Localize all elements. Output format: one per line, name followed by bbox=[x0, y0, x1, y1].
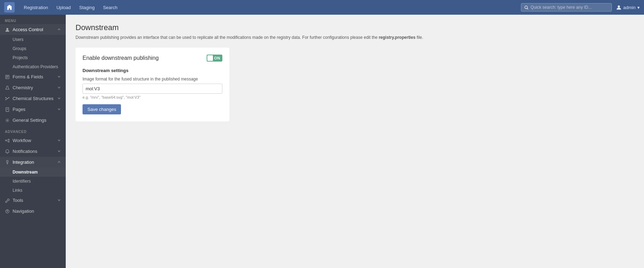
chevron-down-workflow bbox=[57, 138, 61, 143]
svg-line-24 bbox=[7, 140, 8, 142]
sidebar-sub-auth-providers[interactable]: Authentication Providers bbox=[0, 62, 66, 71]
content-area: Downstream Downstream publishing provide… bbox=[66, 15, 644, 268]
svg-line-13 bbox=[6, 98, 7, 98]
svg-marker-29 bbox=[7, 210, 8, 212]
svg-rect-21 bbox=[8, 139, 9, 140]
sidebar-item-navigation[interactable]: Navigation bbox=[0, 206, 66, 217]
sidebar-item-general-settings[interactable]: General Settings bbox=[0, 115, 66, 126]
sidebar-sub-projects[interactable]: Projects bbox=[0, 53, 66, 62]
svg-line-15 bbox=[6, 99, 7, 99]
toggle-label: ON bbox=[214, 56, 221, 60]
sidebar-label-general-settings: General Settings bbox=[13, 118, 46, 123]
user-label: admin bbox=[623, 5, 636, 10]
form-label-image-format: Image format for the fused structure in … bbox=[83, 77, 222, 82]
sidebar-sub-downstream[interactable]: Downstream bbox=[0, 168, 66, 177]
chevron-up-icon bbox=[57, 27, 61, 32]
advanced-section-label: ADVANCED bbox=[0, 126, 66, 135]
search-box[interactable] bbox=[521, 3, 612, 12]
workflow-icon bbox=[5, 138, 10, 143]
nav-search[interactable]: Search bbox=[100, 3, 121, 12]
search-input[interactable] bbox=[531, 5, 609, 10]
flask-icon bbox=[5, 85, 10, 90]
chevron-down-forms bbox=[57, 74, 61, 79]
svg-point-11 bbox=[8, 97, 9, 98]
person-icon bbox=[5, 27, 10, 32]
nav-upload[interactable]: Upload bbox=[53, 3, 74, 12]
sidebar-sub-groups[interactable]: Groups bbox=[0, 44, 66, 53]
svg-rect-20 bbox=[5, 140, 7, 141]
svg-point-2 bbox=[617, 5, 620, 7]
chevron-down-notifications bbox=[57, 149, 61, 154]
sidebar-item-forms-fields[interactable]: Forms & Fields bbox=[0, 71, 66, 82]
app-logo[interactable] bbox=[4, 2, 15, 13]
sidebar-item-integration[interactable]: Integration bbox=[0, 157, 66, 168]
chevron-down-chemistry bbox=[57, 85, 61, 90]
user-icon bbox=[616, 5, 622, 10]
user-area[interactable]: admin ▾ bbox=[616, 5, 640, 10]
svg-point-3 bbox=[6, 28, 8, 30]
menu-section-label: MENU bbox=[0, 15, 66, 24]
sidebar-item-access-control[interactable]: Access Control bbox=[0, 24, 66, 35]
svg-point-19 bbox=[7, 119, 8, 121]
wrench-icon bbox=[5, 198, 10, 203]
sidebar: MENU Access Control Users Groups Project… bbox=[0, 15, 66, 268]
page-description: Downstream publishing provides an interf… bbox=[76, 34, 634, 41]
sidebar-item-notifications[interactable]: Notifications bbox=[0, 146, 66, 157]
sidebar-item-pages[interactable]: Pages bbox=[0, 104, 66, 115]
svg-point-12 bbox=[5, 99, 6, 100]
card-header: Enable downstream publishing ON bbox=[83, 55, 222, 62]
plug-icon bbox=[5, 160, 10, 165]
sidebar-sub-links[interactable]: Links bbox=[0, 186, 66, 195]
downstream-card: Enable downstream publishing ON Downstre… bbox=[76, 48, 229, 121]
svg-line-14 bbox=[8, 98, 8, 98]
search-icon bbox=[524, 5, 529, 10]
svg-line-1 bbox=[527, 8, 528, 9]
sidebar-label-pages: Pages bbox=[13, 107, 26, 112]
molecule-icon bbox=[5, 96, 10, 101]
nav-staging[interactable]: Staging bbox=[76, 3, 98, 12]
sidebar-item-chemistry[interactable]: Chemistry bbox=[0, 82, 66, 93]
page-title: Downstream bbox=[76, 23, 634, 32]
sidebar-item-tools[interactable]: Tools bbox=[0, 195, 66, 206]
compass-icon bbox=[5, 209, 10, 214]
image-format-input[interactable] bbox=[83, 84, 222, 94]
sidebar-sub-identifiers[interactable]: Identifiers bbox=[0, 177, 66, 186]
toggle-knob bbox=[207, 55, 213, 61]
sidebar-label-chemistry: Chemistry bbox=[13, 85, 33, 90]
sidebar-item-chemical-structures[interactable]: Chemical Structures bbox=[0, 93, 66, 104]
svg-point-0 bbox=[525, 6, 528, 8]
nav-links: Registration Upload Staging Search bbox=[20, 3, 521, 12]
sidebar-item-workflow[interactable]: Workflow bbox=[0, 135, 66, 146]
main-layout: MENU Access Control Users Groups Project… bbox=[0, 15, 644, 268]
user-chevron: ▾ bbox=[637, 5, 640, 10]
chevron-down-chem-struct bbox=[57, 96, 61, 101]
gear-icon bbox=[5, 118, 10, 123]
page-icon bbox=[5, 107, 10, 112]
chevron-down-pages bbox=[57, 107, 61, 112]
sidebar-label-chemical-structures: Chemical Structures bbox=[13, 96, 53, 101]
sidebar-label-tools: Tools bbox=[13, 198, 23, 203]
settings-section-title: Downstream settings bbox=[83, 68, 222, 73]
svg-rect-25 bbox=[7, 160, 8, 162]
form-hint: e.g. "mrv", "base64:svg", "mol:V3" bbox=[83, 95, 222, 99]
sidebar-label-notifications: Notifications bbox=[13, 149, 37, 154]
chevron-down-tools bbox=[57, 198, 61, 203]
form-icon bbox=[5, 75, 10, 79]
svg-point-10 bbox=[5, 97, 6, 98]
enable-toggle[interactable]: ON bbox=[207, 55, 223, 62]
save-changes-button[interactable]: Save changes bbox=[83, 104, 121, 114]
sidebar-label-navigation: Navigation bbox=[13, 209, 34, 214]
sidebar-label-integration: Integration bbox=[13, 160, 34, 165]
chevron-up-integration bbox=[57, 160, 61, 165]
sidebar-label-forms: Forms & Fields bbox=[13, 74, 43, 79]
svg-rect-22 bbox=[8, 141, 9, 142]
sidebar-label-workflow: Workflow bbox=[13, 138, 31, 143]
top-nav: Registration Upload Staging Search admin… bbox=[0, 0, 644, 15]
sidebar-sub-users[interactable]: Users bbox=[0, 35, 66, 44]
nav-registration[interactable]: Registration bbox=[20, 3, 51, 12]
card-header-title: Enable downstream publishing bbox=[83, 55, 159, 61]
sidebar-label-access-control: Access Control bbox=[13, 27, 43, 32]
bell-icon bbox=[5, 149, 10, 154]
